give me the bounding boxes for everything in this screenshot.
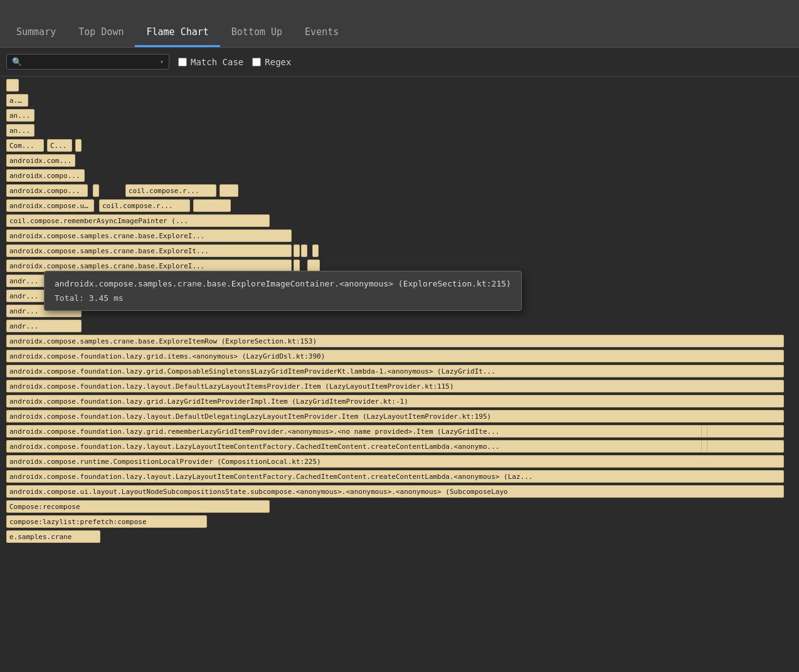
flame-row: e.samples.crane — [0, 530, 799, 544]
flame-bar[interactable] — [294, 244, 300, 257]
search-box[interactable]: 🔍 ▾ — [6, 54, 169, 70]
tab-bottom-up[interactable]: Bottom Up — [220, 20, 294, 47]
flame-bar[interactable]: Com... — [6, 139, 44, 152]
flame-row — [0, 79, 799, 93]
flame-row: androidx.compose.foundation.lazy.layout.… — [0, 470, 799, 484]
flame-row: Com...C... — [0, 139, 799, 153]
tab-summary[interactable]: Summary — [5, 20, 67, 47]
flame-bar[interactable] — [75, 139, 82, 152]
flame-row: androidx.compose.foundation.lazy.grid.Co… — [0, 365, 799, 379]
flame-bar[interactable] — [701, 440, 707, 453]
match-case-checkbox[interactable] — [178, 58, 187, 66]
flame-bar[interactable]: compose:lazylist:prefetch:compose — [6, 515, 207, 528]
flame-bar[interactable]: androidx.compose.foundation.lazy.layout.… — [6, 440, 784, 453]
tab-flame-chart[interactable]: Flame Chart — [135, 20, 220, 47]
flame-bar[interactable]: androidx.compose.samples.crane.base.Expl… — [6, 335, 784, 347]
flame-row: an... — [0, 109, 799, 123]
flame-row: androidx.compo... — [0, 169, 799, 183]
flame-bar[interactable] — [220, 184, 238, 197]
flame-bar[interactable]: a... — [6, 94, 28, 107]
flame-bar[interactable] — [193, 199, 231, 212]
flame-bar[interactable]: androidx.compose.samples.crane.base.Expl… — [6, 260, 292, 272]
tooltip-title: androidx.compose.samples.crane.base.Expl… — [55, 279, 511, 288]
flame-bar[interactable]: androidx.compo... — [6, 184, 88, 197]
flame-bar[interactable] — [307, 260, 320, 272]
flame-bar[interactable]: androidx.compose.foundation.lazy.layout.… — [6, 410, 784, 423]
match-case-label: Match Case — [191, 57, 243, 67]
regex-label: Regex — [265, 57, 291, 67]
flame-bar[interactable]: Compose:recompose — [6, 500, 270, 513]
flame-row: androidx.compose.ui.layout.LayoutNodeSub… — [0, 485, 799, 499]
flame-area: a...an...an...Com...C...androidx.com...a… — [0, 76, 799, 672]
flame-bar[interactable]: androidx.compose.samples.crane.base.Expl… — [6, 244, 292, 257]
flame-bar[interactable]: an... — [6, 124, 34, 137]
tab-events[interactable]: Events — [294, 20, 350, 47]
flame-bar[interactable]: an... — [6, 109, 34, 122]
flame-bar[interactable]: androidx.compose.ui.layout.LayoutNodeSub… — [6, 485, 784, 498]
flame-row: andr... — [0, 320, 799, 333]
flame-bar[interactable]: androidx.compose.foundation.lazy.grid.La… — [6, 395, 784, 407]
flame-bar[interactable]: e.samples.crane — [6, 530, 100, 543]
flame-row: coil.compose.rememberAsyncImagePainter (… — [0, 214, 799, 228]
search-dropdown-arrow[interactable]: ▾ — [160, 58, 164, 65]
flame-bar[interactable]: androidx.compose.foundation.lazy.grid.re… — [6, 425, 784, 438]
flame-row: androidx.compose.runtime.CompositionLoca… — [0, 455, 799, 469]
toolbar: 🔍 ▾ Match Case Regex — [0, 48, 799, 76]
regex-group: Regex — [252, 57, 291, 67]
flame-bar[interactable] — [294, 260, 300, 272]
flame-bar[interactable]: androidx.compose.foundation.lazy.layout.… — [6, 470, 784, 483]
flame-bar[interactable]: androidx.compose.foundation.lazy.grid.it… — [6, 350, 784, 362]
flame-row: androidx.compose.samples.crane.base.Expl… — [0, 229, 799, 243]
flame-bar[interactable] — [93, 184, 99, 197]
flame-bar[interactable]: andr... — [6, 320, 82, 332]
flame-row: androidx.compose.samples.crane.base.Expl… — [0, 244, 799, 258]
flame-row: androidx.com... — [0, 154, 799, 168]
flame-bar[interactable]: androidx.compose.samples.crane.base.Expl… — [6, 229, 292, 242]
flame-row: androidx.compose.foundation.lazy.grid.La… — [0, 395, 799, 409]
flame-row: androidx.compose.foundation.lazy.layout.… — [0, 410, 799, 424]
flame-bar[interactable]: C... — [47, 139, 72, 152]
flame-bar[interactable]: coil.compose.r... — [99, 199, 190, 212]
flame-bar[interactable]: coil.compose.r... — [125, 184, 216, 197]
flame-bar[interactable]: androidx.compose.runtime.CompositionLoca… — [6, 455, 784, 468]
flame-row: androidx.compose.foundation.lazy.grid.it… — [0, 350, 799, 364]
flame-bar[interactable] — [6, 79, 19, 92]
tooltip-total: Total: 3.45 ms — [55, 293, 511, 303]
match-case-group: Match Case — [178, 57, 243, 67]
flame-bar[interactable] — [312, 244, 319, 257]
tabs-bar: Summary Top Down Flame Chart Bottom Up E… — [0, 0, 799, 48]
flame-bar[interactable]: androidx.compose.foundation.lazy.layout.… — [6, 380, 784, 392]
flame-bar[interactable]: androidx.compo... — [6, 169, 85, 182]
flame-row: androidx.compose.foundation.lazy.grid.re… — [0, 425, 799, 439]
flame-bar[interactable]: androidx.compose.u... — [6, 199, 94, 212]
flame-row: androidx.compose.u...coil.compose.r... — [0, 199, 799, 213]
search-input[interactable] — [26, 57, 156, 66]
regex-checkbox[interactable] — [252, 58, 261, 66]
flame-bar[interactable]: androidx.compose.foundation.lazy.grid.Co… — [6, 365, 784, 377]
flame-row: Compose:recompose — [0, 500, 799, 514]
flame-row: compose:lazylist:prefetch:compose — [0, 515, 799, 529]
flame-row: androidx.compose.foundation.lazy.layout.… — [0, 380, 799, 394]
search-icon: 🔍 — [12, 57, 22, 66]
flame-bar[interactable] — [301, 244, 307, 257]
flame-row: an... — [0, 124, 799, 138]
flame-row: androidx.compose.samples.crane.base.Expl… — [0, 335, 799, 349]
flame-row: androidx.compose.foundation.lazy.layout.… — [0, 440, 799, 454]
flame-row: androidx.compo...coil.compose.r... — [0, 184, 799, 198]
flame-row: a... — [0, 94, 799, 108]
flame-bar[interactable]: androidx.com... — [6, 154, 75, 167]
flame-bar[interactable]: coil.compose.rememberAsyncImagePainter (… — [6, 214, 270, 227]
tab-top-down[interactable]: Top Down — [67, 20, 135, 47]
flame-bar[interactable] — [701, 425, 707, 438]
tooltip: androidx.compose.samples.crane.base.Expl… — [44, 271, 522, 311]
